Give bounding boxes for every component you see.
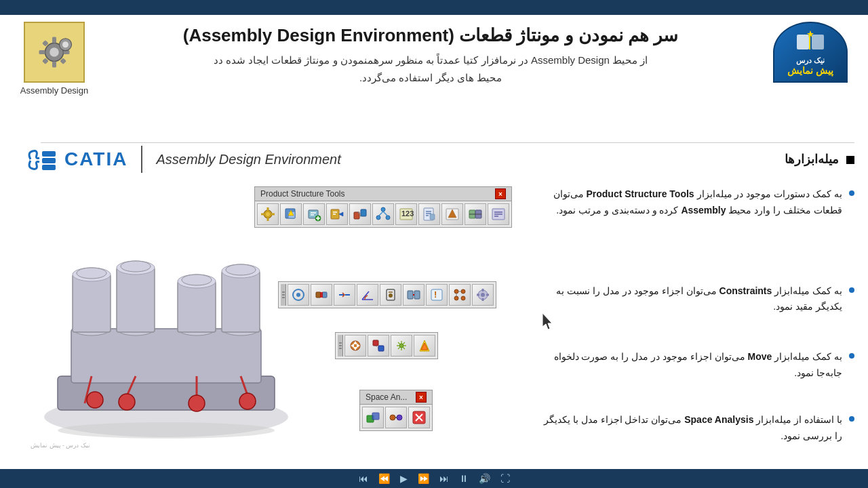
tool-icon-replace[interactable] xyxy=(349,203,371,225)
tool-icon-distance[interactable] xyxy=(385,407,407,428)
logo-text-main: پیش نمایش xyxy=(787,65,833,76)
tool-icon-offset[interactable] xyxy=(334,284,355,306)
logo-text-top: نیک درس xyxy=(796,56,825,65)
svg-text:!: ! xyxy=(434,289,437,300)
tool-icon-fix-together[interactable] xyxy=(403,284,425,306)
svg-point-141 xyxy=(87,392,103,408)
svg-rect-4 xyxy=(39,50,45,54)
assembly-icon xyxy=(24,22,85,83)
space-analysis-close-btn[interactable]: × xyxy=(416,392,427,403)
tool-icon-angle[interactable] xyxy=(357,284,378,306)
svg-line-105 xyxy=(403,347,405,349)
tool-icon-manage[interactable] xyxy=(465,203,486,225)
bottom-icon-back[interactable]: ⏪ xyxy=(378,473,390,484)
svg-line-104 xyxy=(398,342,400,344)
svg-line-106 xyxy=(398,347,400,349)
svg-rect-16 xyxy=(42,151,56,157)
svg-rect-120 xyxy=(71,329,261,383)
tool-icon-fix[interactable] xyxy=(380,284,401,306)
move-toolbar xyxy=(335,332,438,359)
svg-point-136 xyxy=(226,264,256,275)
svg-point-143 xyxy=(189,395,205,411)
tool-icon-format[interactable] xyxy=(441,203,463,225)
main-title: سر هم نمودن و مونتاژ قطعات (Assembly Des… xyxy=(95,25,766,46)
gear-svg xyxy=(34,32,75,73)
bottom-icon-prev[interactable]: ⏮ xyxy=(359,473,368,484)
svg-point-145 xyxy=(58,422,275,439)
svg-rect-88 xyxy=(482,298,484,301)
engine-model-svg: نیک درس - پیش نمایش xyxy=(17,207,315,451)
tool-icon-reuse-pattern[interactable] xyxy=(449,284,471,306)
svg-rect-39 xyxy=(361,209,366,216)
svg-rect-13 xyxy=(812,35,824,49)
bottom-icon-pause[interactable]: ⏸ xyxy=(459,473,469,484)
svg-point-132 xyxy=(182,274,212,285)
top-bar xyxy=(0,0,868,15)
svg-rect-97 xyxy=(378,346,384,351)
toolbar-section-label: میله‌ابزارها xyxy=(785,152,854,167)
header: Assembly Design سر هم نمودن و مونتاژ قطع… xyxy=(0,15,868,102)
svg-line-43 xyxy=(379,211,383,216)
bottom-bar: ⏮ ⏪ ▶ ⏩ ⏭ ⏸ 🔊 ⛶ xyxy=(0,469,868,488)
svg-rect-126 xyxy=(117,268,155,332)
catia-logo: CATIA Assembly Design Environment xyxy=(27,146,341,173)
svg-rect-87 xyxy=(482,289,484,291)
svg-rect-17 xyxy=(42,158,56,163)
bottom-icon-next[interactable]: ⏭ xyxy=(439,473,449,484)
svg-point-73 xyxy=(389,293,393,298)
tool-icon-insert[interactable] xyxy=(326,203,348,225)
logo-icon xyxy=(793,29,827,56)
svg-point-86 xyxy=(481,293,485,297)
svg-point-80 xyxy=(461,289,465,293)
bullet-item-4: با استفاده از میله‌ابزار Space Analysis … xyxy=(542,412,854,445)
svg-rect-122 xyxy=(73,274,111,332)
svg-rect-89 xyxy=(477,294,479,296)
assembly-icon-box: Assembly Design xyxy=(14,22,95,96)
svg-marker-37 xyxy=(339,212,343,216)
tool-icon-more[interactable] xyxy=(488,203,509,225)
assembly-icon-label: Assembly Design xyxy=(20,85,88,96)
svg-rect-12 xyxy=(797,35,809,49)
svg-text:123: 123 xyxy=(401,209,414,218)
toolbar-title-space-analysis: Space An... xyxy=(366,392,407,402)
bottom-icon-fullscreen[interactable]: ⛶ xyxy=(500,473,510,484)
svg-point-124 xyxy=(77,268,106,279)
tool-icon-constraint-settings[interactable] xyxy=(472,284,494,306)
tool-icon-move-params[interactable] xyxy=(414,335,435,357)
bottom-icon-forward[interactable]: ⏩ xyxy=(418,473,429,484)
tool-icon-manipulation[interactable] xyxy=(344,335,366,357)
tool-icon-properties[interactable] xyxy=(418,203,440,225)
subtitle: از محیط Assembly Design در نرمافزار کتیا… xyxy=(95,52,766,86)
svg-line-107 xyxy=(403,342,405,344)
svg-rect-74 xyxy=(408,291,413,299)
svg-line-44 xyxy=(383,211,387,216)
svg-rect-18 xyxy=(42,165,56,170)
svg-point-82 xyxy=(461,296,465,300)
logo-box: نیک درس پیش نمایش xyxy=(766,22,854,83)
bullet-text-3: به کمک میله‌ابزار Move می‌توان اجزاء موج… xyxy=(542,349,842,382)
title-area: سر هم نمودن و مونتاژ قطعات (Assembly Des… xyxy=(95,22,766,86)
bottom-icon-play[interactable]: ▶ xyxy=(400,473,408,484)
space-analysis-toolbar-wrapper: Space An... × xyxy=(359,390,433,438)
catia-bar: CATIA Assembly Design Environment میله‌ا… xyxy=(27,146,854,173)
svg-point-144 xyxy=(239,393,256,409)
tool-icon-quick-constraint[interactable]: ! xyxy=(426,284,448,306)
tool-icon-snap[interactable] xyxy=(368,335,389,357)
right-panel: به کمک دستورات موجود در میله‌ابزار Produ… xyxy=(542,186,854,458)
toolbar-header-product-structure: Product Structure Tools × xyxy=(255,187,511,201)
svg-point-11 xyxy=(62,41,68,47)
svg-point-81 xyxy=(454,296,458,300)
logo-circle: نیک درس پیش نمایش xyxy=(773,22,848,83)
toolbar-icons-move xyxy=(336,333,437,359)
tool-icon-graph[interactable] xyxy=(372,203,394,225)
svg-rect-75 xyxy=(414,291,420,299)
tool-icon-explode[interactable] xyxy=(391,335,412,357)
tool-icon-clash[interactable] xyxy=(362,407,384,428)
catia-text: CATIA xyxy=(64,148,127,170)
svg-rect-96 xyxy=(373,340,378,346)
product-structure-close-btn[interactable]: × xyxy=(495,188,506,199)
tool-icon-number[interactable]: 123 xyxy=(395,203,417,225)
tool-icon-space-analysis-close[interactable] xyxy=(408,407,430,428)
bottom-icon-volume[interactable]: 🔊 xyxy=(479,473,490,484)
move-toolbar-wrapper xyxy=(335,332,438,366)
